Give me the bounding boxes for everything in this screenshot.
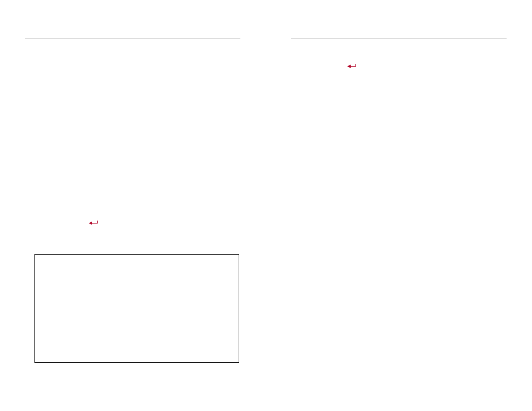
bordered-box xyxy=(34,254,239,363)
left-column xyxy=(25,38,240,49)
page xyxy=(0,0,532,411)
right-column xyxy=(291,38,507,49)
enter-key-icon xyxy=(347,64,357,69)
right-horizontal-rule xyxy=(291,38,507,38)
enter-key-icon xyxy=(89,221,98,226)
left-horizontal-rule xyxy=(25,38,240,38)
